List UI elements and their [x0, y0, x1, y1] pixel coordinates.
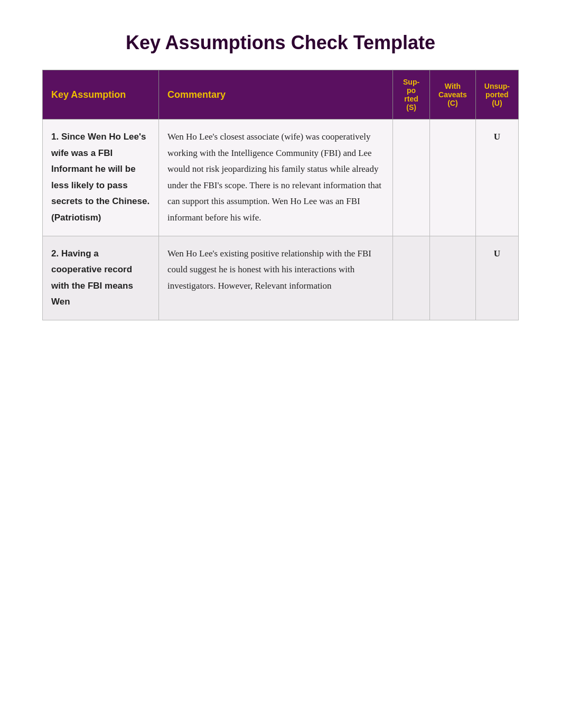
page-title: Key Assumptions Check Template [42, 32, 519, 54]
assumptions-table: Key Assumption Commentary Sup-ported(S) … [42, 70, 519, 320]
supported-1 [393, 119, 430, 236]
header-commentary: Commentary [159, 70, 393, 119]
caveats-1 [430, 119, 476, 236]
table-row: 1. Since Wen Ho Lee's wife was a FBI Inf… [43, 119, 519, 236]
header-key-assumption: Key Assumption [43, 70, 159, 119]
header-unsupported: Unsup-ported(U) [475, 70, 518, 119]
supported-2 [393, 236, 430, 320]
key-assumption-2: 2. Having a cooperative record with the … [43, 236, 159, 320]
table-row: 2. Having a cooperative record with the … [43, 236, 519, 320]
key-assumption-1: 1. Since Wen Ho Lee's wife was a FBI Inf… [43, 119, 159, 236]
unsupported-2: U [475, 236, 518, 320]
header-supported: Sup-ported(S) [393, 70, 430, 119]
unsupported-1: U [475, 119, 518, 236]
table-header-row: Key Assumption Commentary Sup-ported(S) … [43, 70, 519, 119]
commentary-1: Wen Ho Lee's closest associate (wife) wa… [159, 119, 393, 236]
header-with-caveats: WithCaveats(C) [430, 70, 476, 119]
commentary-2: Wen Ho Lee's existing positive relations… [159, 236, 393, 320]
caveats-2 [430, 236, 476, 320]
